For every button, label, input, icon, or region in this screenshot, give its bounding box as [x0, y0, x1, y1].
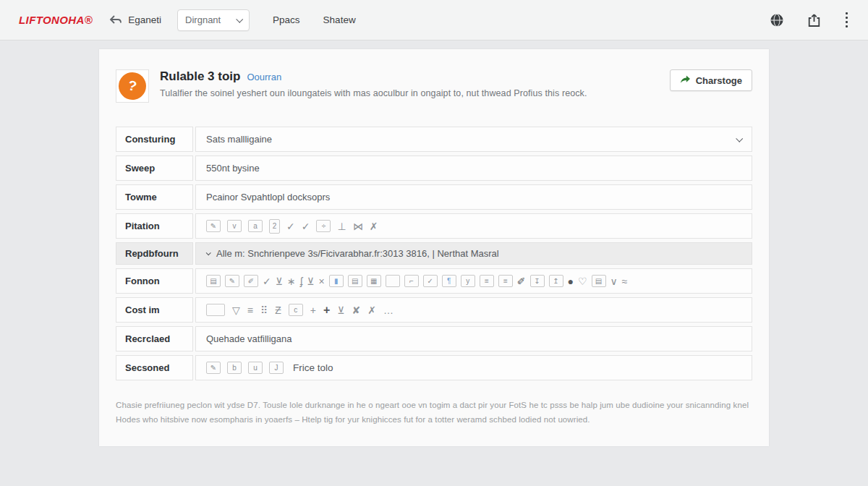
nav-dropdown[interactable]: Dirgnant [177, 9, 250, 31]
row-label: Sweep [116, 155, 193, 181]
x-icon[interactable]: ✗ [367, 305, 376, 315]
row-value: Frice tolo [293, 362, 333, 373]
share-icon[interactable] [807, 13, 821, 27]
corner-icon[interactable]: ⌐ [404, 275, 419, 287]
page-subtitle: Tulalfier the soinel yeshert oun ilounga… [160, 88, 587, 98]
row-icon-strip: ✎va2✓✓÷⊥⋈✗ [195, 213, 752, 239]
brand-logo[interactable]: LIFTONOHA® [19, 14, 93, 26]
lines-box-icon[interactable]: ≡ [498, 275, 513, 287]
heart-outline-icon[interactable]: ♡ [578, 276, 587, 286]
card-lock-icon[interactable]: a [248, 220, 263, 232]
row-label: Consturing [116, 127, 193, 152]
page-title: Rulable 3 toip [160, 69, 240, 84]
nav-item-shatew[interactable]: Shatew [323, 14, 356, 25]
row-label: Repdbfourn [116, 242, 193, 265]
row-label: Cost im [116, 297, 193, 323]
card-f-icon[interactable]: ▤ [592, 275, 606, 287]
paragraph-icon[interactable]: ¶ [442, 275, 456, 287]
nav-dropdown-value: Dirgnant [185, 14, 221, 25]
row-value[interactable]: Quehade vatfilligana [195, 326, 752, 351]
brush-icon[interactable]: ✐ [517, 276, 526, 286]
kebab-menu-icon[interactable] [844, 11, 850, 30]
x-icon[interactable]: × [319, 276, 325, 286]
chevron-down-icon[interactable] [206, 250, 211, 255]
ellipsis-icon[interactable]: … [383, 305, 393, 315]
bowtie-icon[interactable]: ⋈ [353, 221, 363, 231]
row-icon-strip: ▽≡⠿Ƶc++⊻✘✗… [195, 297, 752, 323]
card-lines-icon[interactable]: ▤ [206, 275, 221, 287]
dots-grid-icon[interactable]: ⠿ [260, 305, 268, 315]
top-bar: LIFTONOHA® Eganeti Dirgnant Ppacs Shatew [0, 0, 868, 40]
back-nav-label: Eganeti [128, 14, 161, 25]
table-row-fonnon: Fonnon ▤✎✐✓⊻∗ʄ⊻×▮▤▦⌐✓¶y≡≡✐↧↥●♡▤∨≈ [116, 268, 752, 294]
hook-icon[interactable]: ʄ [300, 276, 303, 286]
image-pair-icon[interactable]: ▦ [367, 275, 381, 287]
charstoge-button[interactable]: Charstoge [670, 69, 752, 91]
row-value-expandable[interactable]: Alle m: Snchrienpeve 3s/Ficivarabhar.fr:… [195, 242, 752, 265]
lines-icon[interactable]: ≡ [247, 305, 253, 315]
globe-icon[interactable] [770, 13, 784, 27]
title-link[interactable]: Oourran [247, 72, 281, 82]
checkbox-icon[interactable]: ✓ [423, 275, 438, 287]
row-value[interactable]: Pcainor Svpahtlopl docksoprs [195, 184, 752, 210]
page-2-icon[interactable]: 2 [269, 219, 280, 234]
plus-bold-icon[interactable]: + [323, 304, 330, 316]
pen-icon[interactable]: ✎ [225, 275, 239, 287]
table-row-pitation: Pitation ✎va2✓✓÷⊥⋈✗ [116, 213, 752, 239]
chevron-down-icon[interactable]: ∨ [610, 276, 618, 286]
rectangle-icon[interactable] [206, 304, 225, 316]
asterisk-icon[interactable]: ∗ [287, 276, 296, 286]
card-header: ? Rulable 3 toip Oourran Tulalfier the s… [116, 69, 752, 103]
globe-dot-icon[interactable]: ● [568, 276, 574, 286]
check-icon[interactable]: ✓ [302, 221, 310, 231]
back-nav[interactable]: Eganeti [109, 14, 161, 26]
nabla-icon[interactable]: ▽ [232, 305, 240, 315]
check-icon[interactable]: ✓ [263, 276, 271, 286]
table-row-costim: Cost im ▽≡⠿Ƶc++⊻✘✗… [116, 297, 752, 323]
forward-arrow-icon [680, 74, 691, 86]
row-label: Pitation [116, 213, 193, 239]
card-v-icon[interactable]: v [227, 220, 242, 232]
card-lines-icon[interactable]: ▤ [348, 275, 362, 287]
pen-link-icon[interactable]: ✐ [244, 275, 258, 287]
text-height-icon[interactable]: ⊥ [337, 221, 346, 231]
signature-icon[interactable]: Ƶ [275, 305, 281, 315]
scissors-icon[interactable]: ✘ [352, 305, 361, 315]
row-label: Secsoned [116, 355, 193, 380]
card-b-icon[interactable]: b [227, 362, 242, 374]
bracket-j-icon[interactable]: J [269, 362, 284, 374]
check-base-icon[interactable]: ⊻ [276, 276, 283, 286]
table-row-recrclaed: Recrclaed Quehade vatfilligana [116, 326, 752, 351]
topbar-actions [770, 11, 850, 30]
card-edit-icon[interactable]: ✎ [206, 220, 221, 232]
row-value[interactable]: 550nt bysine [195, 155, 752, 181]
back-arrow-icon [109, 14, 123, 26]
card-u-icon[interactable]: u [248, 362, 263, 374]
blue-bar-icon[interactable]: ▮ [329, 275, 344, 287]
nav-item-ppacs[interactable]: Ppacs [273, 14, 300, 25]
chevron-down-icon [236, 16, 243, 23]
table-row-towme: Towme Pcainor Svpahtlopl docksoprs [116, 184, 752, 210]
row-icon-strip: ✎buJ Frice tolo [195, 355, 752, 380]
check-base-icon[interactable]: ⊻ [307, 276, 314, 286]
chevron-down-icon[interactable] [736, 135, 743, 142]
y-box-icon[interactable]: y [461, 275, 475, 287]
row-label: Recrclaed [116, 326, 193, 351]
row-value-dropdown[interactable]: Sats mallligaine [195, 127, 752, 152]
c-box-icon[interactable]: c [289, 304, 303, 316]
divide-box-icon[interactable]: ÷ [316, 220, 331, 232]
tilde-icon[interactable]: ≈ [622, 276, 628, 286]
x-icon[interactable]: ✗ [370, 221, 378, 231]
empty-box-icon[interactable] [386, 275, 400, 287]
check-icon[interactable]: ✓ [286, 221, 295, 231]
check-base-icon[interactable]: ⊻ [337, 305, 344, 315]
card-edit-icon[interactable]: ✎ [206, 362, 221, 374]
question-avatar-icon: ? [116, 69, 148, 102]
insert-down-icon[interactable]: ↧ [530, 275, 545, 287]
insert-up-icon[interactable]: ↥ [549, 275, 563, 287]
plus-icon[interactable]: + [310, 305, 316, 315]
row-icon-strip: ▤✎✐✓⊻∗ʄ⊻×▮▤▦⌐✓¶y≡≡✐↧↥●♡▤∨≈ [195, 268, 752, 294]
row-label: Fonnon [116, 268, 193, 294]
lines-box-icon[interactable]: ≡ [480, 275, 494, 287]
table-row-sweep: Sweep 550nt bysine [116, 155, 752, 181]
